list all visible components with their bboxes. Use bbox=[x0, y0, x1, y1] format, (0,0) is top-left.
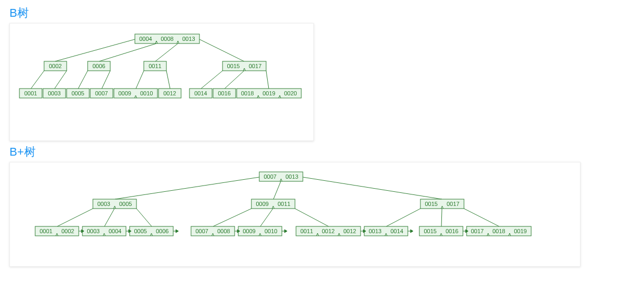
node-key: 0015 bbox=[227, 63, 240, 69]
svg-line-6 bbox=[78, 71, 88, 89]
node-key: 0003 bbox=[98, 201, 110, 207]
svg-line-2 bbox=[155, 43, 178, 61]
node-key: 0010 bbox=[140, 90, 153, 96]
svg-line-11 bbox=[225, 71, 244, 89]
svg-line-9 bbox=[166, 71, 170, 89]
node-key: 0008 bbox=[161, 36, 173, 42]
node-key: 0005 bbox=[71, 90, 84, 96]
node-key: 0002 bbox=[61, 228, 74, 234]
node-key: 0009 bbox=[243, 228, 256, 234]
node-key: 0016 bbox=[446, 228, 458, 234]
bplus-diagram: 0007001300030005000900110015001700010002… bbox=[15, 168, 576, 246]
node-key: 0011 bbox=[149, 63, 161, 69]
node-key: 0017 bbox=[249, 63, 261, 69]
node-key: 0009 bbox=[119, 90, 131, 96]
svg-line-35 bbox=[441, 209, 442, 226]
svg-line-8 bbox=[136, 71, 144, 89]
node-key: 0013 bbox=[369, 228, 382, 234]
node-key: 0013 bbox=[286, 173, 298, 180]
node-key: 0001 bbox=[40, 228, 52, 234]
node-key: 0004 bbox=[139, 36, 152, 42]
node-key: 0003 bbox=[87, 228, 100, 234]
node-key: 0006 bbox=[92, 63, 105, 69]
node-key: 0009 bbox=[256, 201, 269, 207]
svg-line-30 bbox=[136, 209, 152, 226]
svg-line-10 bbox=[201, 71, 223, 89]
svg-line-36 bbox=[464, 209, 499, 226]
node-key: 0001 bbox=[24, 90, 37, 96]
node-key: 0006 bbox=[156, 228, 168, 234]
btree-card: 0004000800130002000600110015001700010003… bbox=[9, 23, 314, 141]
svg-line-29 bbox=[104, 209, 114, 226]
node-key: 0003 bbox=[48, 90, 60, 96]
svg-line-3 bbox=[199, 39, 244, 61]
node-key: 0007 bbox=[264, 173, 277, 180]
node-key: 0010 bbox=[265, 228, 277, 234]
node-key: 0017 bbox=[471, 228, 483, 234]
bplus-card: 0007001300030005000900110015001700010002… bbox=[9, 162, 580, 267]
svg-line-7 bbox=[102, 71, 110, 89]
svg-line-26 bbox=[273, 181, 281, 199]
node-key: 0014 bbox=[390, 228, 403, 234]
svg-line-31 bbox=[213, 209, 251, 226]
node-key: 0012 bbox=[343, 228, 356, 234]
node-key: 0013 bbox=[182, 36, 195, 42]
node-key: 0017 bbox=[447, 201, 459, 207]
svg-line-27 bbox=[303, 177, 442, 199]
svg-line-33 bbox=[295, 209, 329, 226]
node-key: 0011 bbox=[278, 201, 290, 207]
leaf-link-arrow bbox=[410, 230, 413, 233]
node-key: 0018 bbox=[241, 90, 254, 96]
svg-line-25 bbox=[115, 177, 259, 199]
node-key: 0011 bbox=[300, 228, 313, 234]
node-key: 0004 bbox=[109, 228, 121, 234]
node-key: 0012 bbox=[163, 90, 176, 96]
node-key: 0008 bbox=[217, 228, 230, 234]
node-key: 0018 bbox=[492, 228, 505, 234]
leaf-link-arrow bbox=[284, 230, 287, 233]
svg-line-5 bbox=[55, 71, 67, 89]
node-key: 0007 bbox=[95, 90, 108, 96]
leaf-link-arrow bbox=[176, 230, 178, 233]
btree-title: B树 bbox=[9, 5, 635, 21]
svg-line-0 bbox=[55, 39, 135, 61]
node-key: 0016 bbox=[218, 90, 230, 96]
svg-line-4 bbox=[31, 71, 44, 89]
node-key: 0014 bbox=[194, 90, 207, 96]
node-key: 0002 bbox=[49, 63, 61, 69]
node-key: 0005 bbox=[119, 201, 132, 207]
svg-line-34 bbox=[386, 209, 420, 226]
svg-line-32 bbox=[260, 209, 273, 226]
node-key: 0015 bbox=[425, 201, 438, 207]
node-key: 0012 bbox=[322, 228, 334, 234]
node-key: 0005 bbox=[134, 228, 147, 234]
node-key: 0020 bbox=[284, 90, 297, 96]
btree-diagram: 0004000800130002000600110015001700010003… bbox=[15, 29, 309, 107]
node-key: 0019 bbox=[514, 228, 526, 234]
node-key: 0015 bbox=[424, 228, 437, 234]
bplus-title: B+树 bbox=[9, 144, 635, 160]
node-key: 0019 bbox=[262, 90, 275, 96]
svg-line-28 bbox=[57, 209, 93, 226]
node-key: 0007 bbox=[196, 228, 208, 234]
svg-line-1 bbox=[99, 43, 156, 61]
svg-line-12 bbox=[266, 71, 269, 89]
